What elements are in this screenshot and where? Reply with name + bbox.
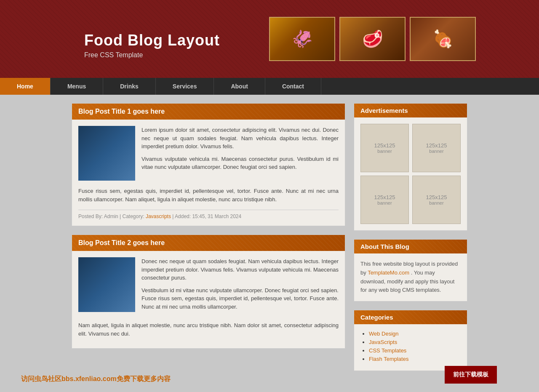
post-para-1c: Fusce risus sem, egestas quis, imperdiet… xyxy=(78,188,339,203)
food-icon-1: 🦑 xyxy=(270,18,334,60)
post-para-2a: Donec nec neque ut quam sodales feugiat.… xyxy=(141,257,339,282)
header-image-2: 🥩 xyxy=(339,17,406,61)
about-box: About This Blog This free website blog l… xyxy=(354,239,467,301)
categories-title: Categories xyxy=(354,310,467,324)
categories-list: Web Design JavaScripts CSS Templates Fla… xyxy=(360,331,461,362)
header: Food Blog Layout Free CSS Template 🦑 🥩 🍖 xyxy=(0,0,539,78)
post-body-1: Lorem ipsum dolor sit amet, consectetur … xyxy=(72,120,345,226)
nav-menus[interactable]: Menus xyxy=(51,78,103,95)
post-category-link-1[interactable]: Javascripts xyxy=(146,213,171,219)
ads-box: Advertisements 125x125 banner 125x125 ba… xyxy=(354,103,467,231)
header-images: 🦑 🥩 🍖 xyxy=(269,17,535,61)
post-thumbnail-2 xyxy=(78,257,135,312)
category-item-css: CSS Templates xyxy=(369,347,461,354)
post-text-1: Lorem ipsum dolor sit amet, consectetur … xyxy=(141,126,339,181)
category-javascript[interactable]: JavaScripts xyxy=(369,339,397,345)
post-title-1: Blog Post Title 1 goes here xyxy=(72,104,345,120)
header-image-3: 🍖 xyxy=(410,17,476,61)
about-text: This free website blog layout is provide… xyxy=(360,260,461,295)
post-para-1b: Vivamus vulputate vehicula mi. Maecenas … xyxy=(141,155,339,171)
header-text: Food Blog Layout Free CSS Template xyxy=(0,19,269,59)
post-extra-2: Nam aliquet, ligula in aliquet molestie,… xyxy=(78,321,339,342)
nav-contact[interactable]: Contact xyxy=(265,78,321,95)
ad-banner-3[interactable]: 125x125 banner xyxy=(360,176,409,224)
navigation: Home Menus Drinks Services About Contact xyxy=(0,78,539,95)
post-extra-1: Fusce risus sem, egestas quis, imperdiet… xyxy=(78,187,339,208)
post-thumb-image-1 xyxy=(78,126,135,181)
blog-post-2: Blog Post Title 2 goes here Donec nec ne… xyxy=(72,235,345,349)
site-subtitle: Free CSS Template xyxy=(84,51,269,59)
about-title: About This Blog xyxy=(354,240,467,253)
post-footer-1: Posted By: Admin | Category: Javascripts… xyxy=(78,210,339,219)
nav-about[interactable]: About xyxy=(214,78,265,95)
blog-post-1: Blog Post Title 1 goes here Lorem ipsum … xyxy=(72,103,345,226)
about-content: This free website blog layout is provide… xyxy=(354,253,467,301)
post-inner-2: Donec nec neque ut quam sodales feugiat.… xyxy=(78,257,339,315)
nav-services[interactable]: Services xyxy=(156,78,214,95)
post-body-2: Donec nec neque ut quam sodales feugiat.… xyxy=(72,251,345,348)
category-item-javascript: JavaScripts xyxy=(369,339,461,345)
category-item-flash: Flash Templates xyxy=(369,356,461,362)
categories-box: Categories Web Design JavaScripts CSS Te… xyxy=(354,310,467,371)
ad-banner-2[interactable]: 125x125 banner xyxy=(412,124,461,172)
ads-content: 125x125 banner 125x125 banner 125x125 ba… xyxy=(354,117,467,230)
post-para-2b: Vestibulum id mi vitae nunc vulputate ul… xyxy=(141,286,339,311)
food-icon-3: 🍖 xyxy=(411,18,475,60)
download-button[interactable]: 前往下载模板 xyxy=(445,366,497,384)
food-icon-2: 🥩 xyxy=(340,18,405,60)
site-title: Food Blog Layout xyxy=(84,32,269,49)
ad-banner-1[interactable]: 125x125 banner xyxy=(360,124,409,172)
post-heading-1: Blog Post Title 1 goes here xyxy=(78,108,339,115)
post-heading-2: Blog Post Title 2 goes here xyxy=(78,239,339,247)
main-content: Blog Post Title 1 goes here Lorem ipsum … xyxy=(72,103,345,379)
watermark: 访问虫鸟社区bbs.xfenliao.com免费下载更多内容 xyxy=(21,375,171,384)
category-item-web-design: Web Design xyxy=(369,331,461,337)
post-inner-1: Lorem ipsum dolor sit amet, consectetur … xyxy=(78,126,339,181)
category-web-design[interactable]: Web Design xyxy=(369,331,399,337)
post-para-2c: Nam aliquet, ligula in aliquet molestie,… xyxy=(78,322,339,337)
category-flash-templates[interactable]: Flash Templates xyxy=(369,356,408,362)
post-thumb-image-2 xyxy=(78,257,135,312)
category-css-templates[interactable]: CSS Templates xyxy=(369,347,406,354)
ads-title: Advertisements xyxy=(354,104,467,117)
post-thumbnail-1 xyxy=(78,126,135,181)
post-added-1: | Added: 15:45, 31 March 2024 xyxy=(172,213,241,219)
templatemo-link[interactable]: TemplateMo.com xyxy=(368,269,409,276)
post-para-1a: Lorem ipsum dolor sit amet, consectetur … xyxy=(141,126,339,151)
nav-home[interactable]: Home xyxy=(0,78,51,95)
post-meta-1: Posted By: Admin | Category: xyxy=(78,213,144,219)
ad-banner-4[interactable]: 125x125 banner xyxy=(412,176,461,224)
nav-drinks[interactable]: Drinks xyxy=(103,78,156,95)
ad-grid: 125x125 banner 125x125 banner 125x125 ba… xyxy=(360,124,461,224)
categories-content: Web Design JavaScripts CSS Templates Fla… xyxy=(354,324,467,371)
post-text-2: Donec nec neque ut quam sodales feugiat.… xyxy=(141,257,339,315)
post-title-2: Blog Post Title 2 goes here xyxy=(72,235,345,251)
header-image-1: 🦑 xyxy=(269,17,335,61)
main-wrapper: Blog Post Title 1 goes here Lorem ipsum … xyxy=(0,95,539,388)
sidebar: Advertisements 125x125 banner 125x125 ba… xyxy=(354,103,467,379)
